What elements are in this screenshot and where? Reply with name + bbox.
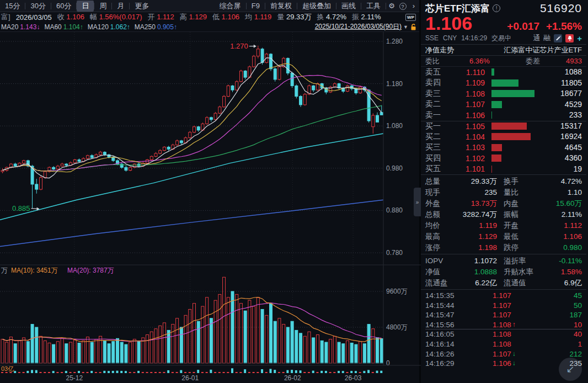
gear-icon[interactable]: ⚙	[386, 2, 397, 10]
tab-month[interactable]: 月	[112, 1, 129, 12]
kline-chart[interactable]: 1.2801.1801.0800.9800.8800.78025-1226-01…	[0, 32, 421, 383]
ma-legend-item: MA2500.905↑	[135, 23, 177, 31]
tag-rong: 融	[543, 33, 550, 43]
weibi-label: 委比	[425, 56, 440, 66]
ask-depth-bar	[491, 68, 494, 76]
weibi-row: 委比 6.36% 委差 4933	[421, 56, 586, 67]
date-range-selector[interactable]: 2025/10/21-2026/03/05(90日) ▼	[315, 22, 417, 31]
ask-row[interactable]: 卖一1.106233	[421, 110, 586, 121]
iopv-row: 流通盘6.22亿流通值6.9亿	[425, 278, 582, 289]
ohlc-field: 高 1.129	[180, 13, 207, 21]
bid-row[interactable]: 买一1.10515317	[421, 121, 586, 132]
iopv-row: 净值1.0888升贴水率1.58%	[425, 267, 582, 278]
trading-app: 15分 30分 60分 日 周 月 更多 综合屏 F9 前复权 超级叠加 画线 …	[0, 0, 588, 383]
unlock-icon[interactable]	[410, 23, 417, 31]
trade-tick-row: 14:15:561.108↑10	[425, 320, 582, 330]
ohlc-field: 开 1.112	[148, 13, 174, 21]
trade-date: 2026/03/05	[16, 13, 52, 22]
svg-text:03亿: 03亿	[1, 365, 14, 372]
svg-text:万: 万	[1, 267, 8, 274]
date-range-label: 2025/10/21-2026/03/05(90日)	[315, 22, 402, 31]
ohlc-info-row: 富] 2026/03/05 收 1.106幅 1.56%(0.017)开 1.1…	[0, 12, 419, 22]
collapse-corner-button[interactable]: ↙	[559, 358, 582, 381]
iopv-grid: IOPV1.1072溢折率-0.11%净值1.0888升贴水率1.58%流通盘6…	[421, 254, 586, 289]
ask-depth-bar	[491, 111, 492, 119]
fund-full-name: 汇添富中证芯片产业ETF	[504, 45, 582, 55]
add-watchlist-icon[interactable]: +	[577, 34, 582, 43]
menu-tools[interactable]: 工具	[361, 1, 386, 12]
tab-more[interactable]: 更多	[130, 1, 154, 12]
ohlc-field: 收 1.106	[57, 13, 84, 21]
price-change-pct: +1.56%	[546, 20, 582, 33]
svg-text:0.885: 0.885	[12, 204, 30, 212]
bid-depth-bar	[491, 123, 527, 130]
arrow-down-icon: ↓	[512, 349, 516, 359]
panel-collapse-handle[interactable]: »	[414, 188, 421, 216]
candles-group	[1, 46, 383, 209]
info-icon[interactable]: !	[493, 4, 500, 12]
quote-time: 14:16:29	[461, 34, 487, 42]
menu-forward-adjust[interactable]: 前复权	[265, 1, 297, 12]
bid-row[interactable]: 买五1.10119	[421, 164, 586, 175]
ohlc-field: 低 1.106	[212, 13, 239, 21]
svg-text:1.270: 1.270	[230, 42, 248, 50]
menu-f9[interactable]: F9	[247, 1, 265, 12]
order-book: 卖五1.1101088卖四1.10911805卖三1.10818677卖二1.1…	[421, 67, 586, 174]
trading-status: 交易中	[491, 34, 511, 42]
svg-text:1.080: 1.080	[386, 122, 403, 130]
name-prefix: 富]	[1, 12, 10, 22]
tab-week[interactable]: 周	[94, 1, 111, 12]
bid-row[interactable]: 买三1.1034645	[421, 142, 586, 153]
chevron-right-icon[interactable]: ›	[408, 2, 419, 10]
tab-day[interactable]: 日	[77, 1, 94, 12]
menu-composite-screen[interactable]: 综合屏	[215, 1, 246, 12]
ask-row[interactable]: 卖五1.1101088	[421, 67, 586, 78]
caret-down-icon: ▼	[403, 24, 408, 30]
iopv-row: IOPV1.1072溢折率-0.11%	[425, 256, 582, 267]
tab-30min[interactable]: 30分	[25, 1, 50, 12]
ask-row[interactable]: 卖二1.1074529	[421, 99, 586, 110]
tag-tong: 通	[533, 33, 540, 43]
bid-depth-bar	[491, 166, 492, 173]
svg-text:1.280: 1.280	[386, 38, 403, 45]
netvalue-row[interactable]: 净值走势 汇添富中证芯片产业ETF	[421, 44, 586, 56]
tab-60min[interactable]: 60分	[51, 1, 76, 12]
netvalue-tab[interactable]: 净值走势	[425, 45, 454, 55]
price-change: +0.017	[507, 20, 539, 33]
svg-text:25-12: 25-12	[66, 374, 83, 382]
help-icon[interactable]: ?	[397, 2, 408, 10]
ask-row[interactable]: 卖三1.10818677	[421, 88, 586, 99]
ask-depth-bar	[491, 90, 534, 97]
bid-row[interactable]: 买四1.1024360	[421, 153, 586, 164]
stats-grid: 总量29.33万换手4.72%现手235量比1.10外盘13.73万内盘15.6…	[421, 174, 586, 254]
arrow-up-icon: ↑	[512, 320, 516, 329]
ma-values: MA201.143↓MA601.104↑MA1201.062↑MA2500.90…	[1, 23, 181, 31]
alert-bell-icon[interactable]	[565, 34, 574, 42]
tab-15min[interactable]: 15分	[0, 1, 25, 12]
svg-text:MA(10): 3451万: MA(10): 3451万	[11, 267, 58, 274]
svg-text:26-01: 26-01	[181, 374, 199, 382]
stat-row: 现手235量比1.10	[425, 187, 582, 198]
edit-pencil-icon[interactable]	[554, 34, 562, 42]
ohlc-fields: 收 1.106幅 1.56%(0.017)开 1.112高 1.129低 1.1…	[57, 12, 387, 22]
ask-row[interactable]: 卖四1.10911805	[421, 78, 586, 89]
bid-row[interactable]: 买二1.10416924	[421, 131, 586, 142]
wp-screenshot-icon[interactable]: WP	[405, 14, 416, 21]
svg-text:0.880: 0.880	[386, 206, 403, 214]
menu-super-overlay[interactable]: 超级叠加	[297, 1, 336, 12]
svg-text:4800万: 4800万	[386, 323, 408, 331]
toolbar-right: 综合屏 F9 前复权 超级叠加 画线 工具 ⚙ ? ›	[215, 1, 419, 12]
market-meta: SSECNY14:16:29交易中	[425, 34, 516, 43]
ohlc-field: 均 1.119	[245, 13, 271, 21]
trade-tick-row: 14:16:051.10840	[425, 329, 582, 339]
menu-draw-line[interactable]: 画线	[336, 1, 361, 12]
ohlc-field: 振 2.11%	[352, 13, 381, 21]
bid-depth-bar	[491, 133, 531, 140]
kline-chart-container[interactable]: 1.2801.1801.0800.9800.8800.78025-1226-01…	[0, 32, 419, 383]
trade-tick-row: 14:15:441.10750	[425, 301, 582, 311]
weibi-value: 6.36%	[469, 57, 490, 65]
ma-legend-item: MA201.143↓	[1, 23, 40, 31]
ma-legend-row: MA201.143↓MA601.104↑MA1201.062↑MA2500.90…	[0, 22, 419, 32]
bid-depth-bar	[491, 155, 501, 162]
stat-row: 总额3282.74万振幅2.11%	[425, 209, 582, 220]
